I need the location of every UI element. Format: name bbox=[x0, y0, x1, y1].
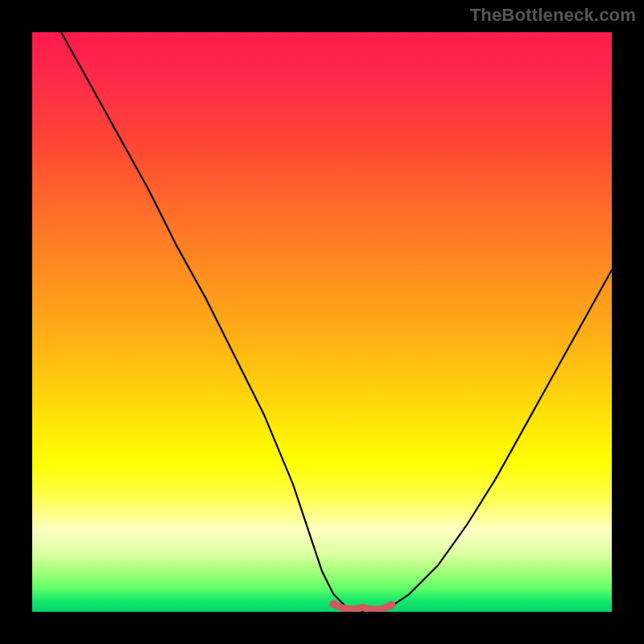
bottleneck-curve bbox=[61, 32, 612, 612]
trough-highlight bbox=[333, 604, 391, 609]
watermark-text: TheBottleneck.com bbox=[470, 5, 636, 26]
trough-start-dot bbox=[329, 600, 337, 608]
plot-area bbox=[32, 32, 612, 612]
trough-end-dot bbox=[387, 601, 395, 609]
curve-layer bbox=[32, 32, 612, 612]
chart-frame: TheBottleneck.com bbox=[0, 0, 644, 644]
